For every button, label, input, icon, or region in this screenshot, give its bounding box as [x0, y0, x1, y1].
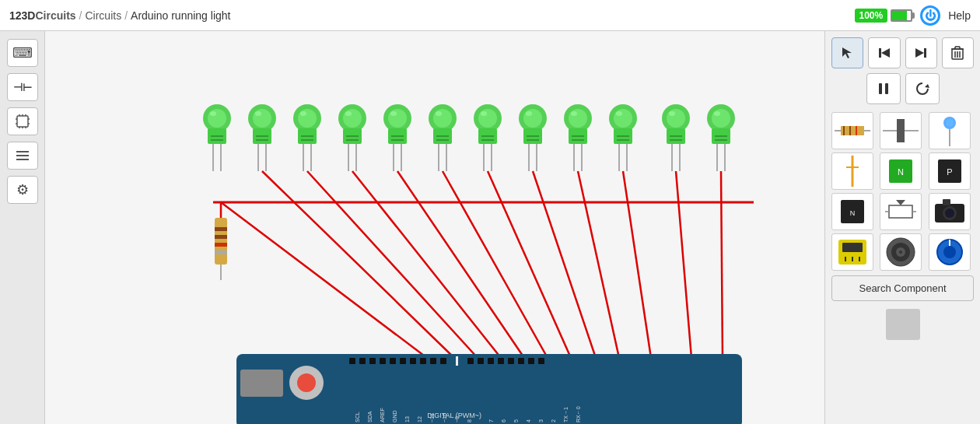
svg-point-187	[946, 119, 954, 127]
wire-8	[578, 171, 619, 358]
wire-6	[488, 171, 571, 358]
svg-point-17	[210, 111, 216, 116]
svg-text:3: 3	[538, 419, 544, 422]
step-forward-button[interactable]	[905, 37, 937, 68]
rotate-button[interactable]	[905, 73, 940, 104]
svg-rect-142	[359, 358, 366, 364]
wire-11	[721, 171, 723, 358]
led-1	[203, 104, 231, 171]
svg-text:GND: GND	[392, 410, 397, 422]
wire-5	[443, 171, 548, 358]
svg-rect-114	[215, 251, 227, 254]
settings-tool[interactable]: ⚙	[7, 176, 38, 204]
svg-point-103	[712, 109, 730, 128]
led-12	[707, 104, 735, 171]
svg-marker-164	[915, 48, 924, 58]
svg-point-89	[616, 111, 622, 116]
speaker-component[interactable]	[880, 233, 922, 271]
svg-rect-110	[215, 218, 227, 265]
transistor-n-component[interactable]: N	[880, 152, 922, 190]
component-grid: N P N	[831, 112, 974, 271]
battery-indicator: 100%	[855, 9, 913, 23]
svg-rect-197	[889, 205, 912, 218]
led-10	[609, 104, 637, 171]
svg-point-55	[433, 109, 452, 128]
led-7	[474, 104, 502, 171]
svg-point-23	[253, 109, 271, 128]
svg-point-216	[943, 246, 956, 258]
svg-text:AREF: AREF	[380, 408, 385, 422]
svg-text:6: 6	[501, 419, 506, 422]
pause-button[interactable]	[866, 73, 901, 104]
delete-button[interactable]	[942, 37, 974, 68]
potentiometer-component[interactable]	[880, 193, 922, 230]
sep1: /	[79, 9, 82, 22]
svg-point-63	[478, 109, 497, 128]
select-tool-button[interactable]	[831, 37, 863, 68]
svg-rect-143	[369, 358, 376, 364]
list-tool[interactable]	[7, 142, 38, 170]
chip-tool[interactable]	[7, 107, 38, 135]
svg-text:12: 12	[417, 416, 422, 422]
left-sidebar: ⌨ ⊣⊢ ⚙	[0, 31, 45, 424]
svg-marker-201	[896, 200, 905, 205]
svg-rect-150	[440, 358, 446, 364]
transistor-npn-component[interactable]: N	[831, 193, 873, 230]
svg-rect-159	[456, 356, 458, 366]
wire-4	[397, 171, 524, 358]
keyboard-tool[interactable]: ⌨	[7, 39, 38, 67]
search-component-button[interactable]: Search Component	[831, 275, 974, 301]
circuits-link[interactable]: Circuits	[85, 9, 121, 22]
led-component[interactable]	[929, 112, 971, 149]
sep2: /	[124, 9, 128, 22]
svg-marker-175	[925, 84, 929, 88]
component-placeholder	[886, 309, 920, 340]
svg-rect-154	[498, 358, 504, 364]
svg-rect-111	[215, 227, 227, 231]
svg-rect-157	[528, 358, 534, 364]
control-row-1	[831, 37, 974, 68]
capacitor-component[interactable]	[880, 112, 922, 149]
arduino-board: SCL SDA AREF GND 13 12 ~11 ~10 ~9 8 7 6 …	[236, 354, 742, 424]
svg-text:8: 8	[467, 419, 472, 422]
svg-point-204	[945, 208, 954, 218]
power-component[interactable]	[831, 152, 873, 190]
control-row-2	[831, 73, 974, 104]
svg-rect-0	[17, 116, 28, 127]
camera-component[interactable]	[929, 193, 971, 230]
breadcrumb: 123DCircuits / Circuits / Arduino runnin…	[9, 9, 230, 22]
brand-name: 123DCircuits	[9, 9, 76, 22]
svg-rect-151	[467, 358, 474, 364]
svg-point-49	[390, 111, 397, 116]
svg-text:SDA: SDA	[367, 411, 373, 422]
help-link[interactable]: Help	[948, 9, 971, 22]
multimeter-component[interactable]	[831, 233, 873, 271]
svg-text:N: N	[850, 209, 856, 217]
battery-percentage: 100%	[855, 9, 888, 23]
svg-rect-156	[518, 358, 524, 364]
svg-point-65	[481, 111, 487, 116]
topbar: 123DCircuits / Circuits / Arduino runnin…	[0, 0, 980, 31]
svg-point-31	[298, 109, 317, 128]
canvas-area[interactable]: SCL SDA AREF GND 13 12 ~11 ~10 ~9 8 7 6 …	[45, 31, 824, 424]
resistor-component[interactable]	[831, 112, 873, 149]
transistor-p-component[interactable]: P	[929, 152, 971, 190]
svg-rect-184	[901, 119, 905, 142]
battery-icon	[891, 9, 912, 22]
svg-rect-149	[430, 358, 436, 364]
svg-point-41	[345, 111, 352, 116]
svg-text:SCL: SCL	[355, 412, 360, 422]
led-4	[338, 104, 366, 171]
svg-rect-173	[879, 83, 882, 94]
power-button[interactable]: ⏻	[920, 5, 940, 26]
component-tool[interactable]: ⊣⊢	[7, 73, 38, 101]
svg-rect-153	[488, 358, 494, 364]
led-9	[564, 104, 592, 171]
rotary-component[interactable]	[929, 233, 971, 271]
led-6	[429, 104, 457, 171]
svg-text:7: 7	[488, 419, 494, 422]
svg-point-121	[297, 373, 316, 392]
led-11	[662, 104, 690, 171]
svg-rect-145	[390, 358, 396, 364]
step-back-button[interactable]	[868, 37, 900, 68]
